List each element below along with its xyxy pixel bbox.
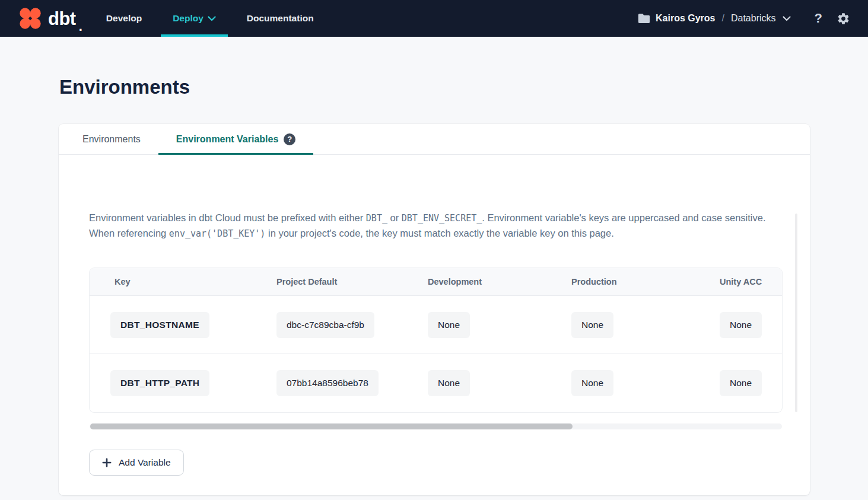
description-text: Environment variables in dbt Cloud must … bbox=[89, 211, 781, 241]
project-name: Databricks bbox=[731, 13, 776, 24]
desc-part: . Environment variable's keys are upperc… bbox=[482, 212, 765, 223]
tabbar: Environments Environment Variables ? bbox=[59, 124, 810, 155]
column-header-key: Key bbox=[90, 277, 247, 286]
main-nav: Develop Deploy Documentation bbox=[91, 0, 329, 37]
project-default-cell[interactable]: 07bb14a8596beb78 bbox=[276, 370, 379, 396]
desc-part: When referencing bbox=[89, 228, 169, 238]
unity-acc-cell[interactable]: None bbox=[720, 370, 762, 396]
desc-part: or bbox=[387, 212, 402, 223]
folder-icon bbox=[638, 13, 650, 24]
tab-environment-variables[interactable]: Environment Variables ? bbox=[158, 124, 314, 154]
horizontal-scrollbar-track[interactable] bbox=[90, 423, 782, 429]
project-default-cell[interactable]: dbc-c7c89cba-cf9b bbox=[276, 312, 374, 338]
table-header-row: Key Project Default Development Producti… bbox=[90, 268, 782, 296]
project-switcher[interactable]: Kairos Gyros / Databricks bbox=[638, 13, 791, 24]
add-variable-button[interactable]: Add Variable bbox=[89, 450, 184, 476]
code-dbt-env-secret-prefix: DBT_ENV_SECRET_ bbox=[402, 213, 482, 224]
tab-content: Environment variables in dbt Cloud must … bbox=[59, 211, 810, 500]
tab-label: Environment Variables bbox=[176, 134, 279, 145]
column-header-development: Development bbox=[422, 277, 564, 286]
production-cell[interactable]: None bbox=[571, 312, 613, 338]
development-cell[interactable]: None bbox=[428, 312, 470, 338]
horizontal-scrollbar-thumb[interactable] bbox=[90, 423, 573, 429]
var-key-cell[interactable]: DBT_HOSTNAME bbox=[110, 312, 209, 338]
unity-acc-cell[interactable]: None bbox=[720, 312, 762, 338]
nav-item-deploy[interactable]: Deploy bbox=[161, 0, 228, 37]
env-variables-table: Key Project Default Development Producti… bbox=[90, 268, 782, 412]
table-row: DBT_HOSTNAME dbc-c7c89cba-cf9b None None… bbox=[90, 296, 782, 354]
var-key-cell[interactable]: DBT_HTTP_PATH bbox=[110, 370, 209, 396]
tab-environments[interactable]: Environments bbox=[65, 124, 158, 154]
production-cell[interactable]: None bbox=[571, 370, 613, 396]
nav-item-documentation[interactable]: Documentation bbox=[235, 0, 326, 37]
navbar-right: Kairos Gyros / Databricks ? bbox=[638, 0, 850, 37]
development-cell[interactable]: None bbox=[428, 370, 470, 396]
account-name: Kairos Gyros bbox=[656, 13, 715, 24]
help-circle-icon[interactable]: ? bbox=[284, 133, 295, 145]
nav-item-label: Develop bbox=[106, 13, 142, 24]
desc-part: Environment variables in dbt Cloud must … bbox=[89, 212, 366, 223]
brand-name: dbt bbox=[48, 9, 76, 28]
brand-dot: . bbox=[79, 19, 82, 34]
column-header-unity-acc: Unity ACC bbox=[713, 277, 782, 286]
tab-label: Environments bbox=[82, 134, 141, 145]
chevron-down-icon bbox=[783, 16, 791, 21]
desc-part: in your project's code, the key must mat… bbox=[265, 228, 613, 238]
table-row: DBT_HTTP_PATH 07bb14a8596beb78 None None… bbox=[90, 354, 782, 412]
page-title: Environments bbox=[59, 76, 868, 98]
breadcrumb-separator: / bbox=[721, 13, 726, 24]
vertical-scrollbar[interactable] bbox=[795, 214, 797, 412]
top-navbar: dbt . Develop Deploy Documentation Kairo… bbox=[0, 0, 868, 37]
environments-card: Environments Environment Variables ? Env… bbox=[59, 124, 810, 495]
chevron-down-icon bbox=[208, 16, 216, 21]
nav-item-label: Documentation bbox=[247, 13, 314, 24]
nav-item-label: Deploy bbox=[173, 13, 204, 24]
nav-item-develop[interactable]: Develop bbox=[94, 0, 154, 37]
code-dbt-prefix: DBT_ bbox=[366, 213, 387, 224]
code-env-var: env_var('DBT_KEY') bbox=[169, 228, 266, 239]
column-header-project-default: Project Default bbox=[247, 277, 422, 286]
dbt-logo-icon bbox=[18, 6, 43, 31]
column-header-production: Production bbox=[564, 277, 713, 286]
add-variable-label: Add Variable bbox=[119, 457, 171, 468]
plus-icon bbox=[102, 458, 112, 467]
gear-icon[interactable] bbox=[837, 12, 850, 26]
help-icon[interactable]: ? bbox=[815, 11, 822, 26]
dbt-logo[interactable]: dbt . bbox=[18, 0, 82, 37]
